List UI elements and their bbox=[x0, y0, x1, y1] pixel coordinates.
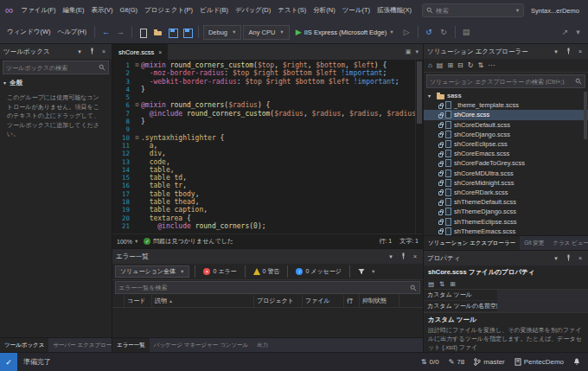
code-line[interactable]: 5 bbox=[112, 93, 415, 101]
pin-icon[interactable] bbox=[564, 48, 572, 55]
tree-item[interactable]: shCore.scss bbox=[424, 110, 588, 119]
solution-tree[interactable]: ▾sass_theme_template.scssshCore.scssshCo… bbox=[424, 90, 588, 235]
column-header[interactable]: コード bbox=[125, 295, 152, 307]
menu-item[interactable]: 編集(E) bbox=[60, 0, 88, 21]
error-list-search-input[interactable] bbox=[118, 285, 407, 291]
solution-explorer-search[interactable] bbox=[426, 74, 585, 88]
sync-with-active-document-icon[interactable]: ⇅ bbox=[478, 61, 484, 69]
tree-item[interactable]: shCoreRDark.scss bbox=[424, 188, 588, 197]
close-icon[interactable]: × bbox=[576, 48, 585, 54]
menu-item[interactable]: ファイル(F) bbox=[17, 0, 59, 21]
tree-item[interactable]: shCoreEmacs.scss bbox=[424, 149, 588, 158]
save-icon[interactable] bbox=[166, 24, 179, 40]
search-dropdown-icon[interactable]: ▼ bbox=[515, 8, 520, 13]
code-area[interactable]: 1⊟@mixin round_corners_custom($top, $rig… bbox=[112, 60, 423, 233]
alphabetical-icon[interactable]: ⇅ bbox=[439, 280, 444, 288]
error-list-search[interactable] bbox=[115, 281, 420, 294]
menu-item[interactable]: ビルド(B) bbox=[196, 0, 232, 21]
fold-marker[interactable]: ⊟ bbox=[133, 134, 141, 142]
code-line[interactable]: 9 bbox=[112, 125, 415, 133]
code-line[interactable]: 18 table thead, bbox=[112, 198, 415, 206]
chevron-down-icon[interactable]: ▾ bbox=[75, 48, 84, 55]
column-header[interactable]: 抑制状態 bbox=[360, 295, 399, 307]
menu-item[interactable]: 拡張機能(X) bbox=[374, 0, 415, 21]
fold-marker[interactable]: ⊟ bbox=[133, 61, 141, 69]
new-project-icon[interactable] bbox=[137, 24, 150, 40]
start-without-debugging-icon[interactable]: ▷ bbox=[400, 24, 413, 40]
property-row[interactable]: カスタム ツール bbox=[424, 290, 588, 301]
warnings-filter-button[interactable]: 0 警告 bbox=[251, 267, 283, 276]
menu-item[interactable]: 表示(V) bbox=[88, 0, 117, 21]
chevron-down-icon[interactable]: ▼ bbox=[371, 269, 375, 274]
redo-icon[interactable]: ↻ bbox=[438, 24, 451, 40]
document-health[interactable]: ✓ 問題は見つかりませんでした bbox=[144, 237, 233, 246]
categorized-icon[interactable]: ▤ bbox=[428, 280, 434, 288]
save-all-icon[interactable] bbox=[181, 24, 194, 40]
forward-icon[interactable]: → bbox=[114, 24, 127, 40]
menu-item[interactable]: ヘルプ(H) bbox=[54, 22, 89, 42]
zoom-control[interactable]: 100% ▼ bbox=[117, 239, 138, 245]
tree-scrollbar[interactable] bbox=[583, 90, 588, 235]
tree-item[interactable]: shCoreMDUltra.scss bbox=[424, 169, 588, 178]
chevron-down-icon[interactable]: ▾ bbox=[387, 253, 395, 260]
column-header-icon[interactable] bbox=[112, 295, 125, 307]
scrollbar-thumb[interactable] bbox=[584, 92, 587, 139]
left-bottom-tab[interactable]: サーバー エクスプローラー bbox=[48, 338, 112, 352]
column-header[interactable]: 行 bbox=[344, 295, 360, 307]
show-all-files-icon[interactable]: ▤ bbox=[437, 61, 444, 69]
search-input[interactable] bbox=[436, 7, 513, 15]
notifications-bell[interactable] bbox=[573, 358, 580, 366]
code-line[interactable]: 20 textarea { bbox=[112, 214, 415, 222]
chevron-down-icon[interactable]: ▾ bbox=[552, 255, 560, 262]
tree-item[interactable]: shCoreFadeToGrey.scss bbox=[424, 158, 588, 168]
errors-filter-button[interactable]: × 0 エラー bbox=[201, 267, 239, 276]
refresh-icon[interactable]: ↻ bbox=[468, 61, 474, 69]
code-line[interactable]: 14 table, bbox=[112, 166, 415, 174]
pin-icon[interactable] bbox=[564, 254, 572, 262]
float-window-icon[interactable]: ▣ bbox=[406, 48, 412, 55]
branch-picker[interactable]: master bbox=[474, 358, 504, 366]
menu-item[interactable]: デバッグ(D) bbox=[232, 0, 274, 21]
fold-marker[interactable]: ⊟ bbox=[133, 101, 141, 109]
column-header[interactable]: プロジェクト bbox=[254, 295, 303, 307]
live-share-icon[interactable]: ↗ bbox=[559, 24, 572, 40]
center-bottom-tab[interactable]: パッケージ マネージャー コンソール bbox=[150, 338, 252, 352]
scope-dropdown[interactable]: ソリューション全体 ▼ bbox=[115, 265, 189, 278]
collapse-all-icon[interactable]: ⊟ bbox=[457, 61, 463, 69]
configuration-dropdown[interactable]: Debug ▼ bbox=[203, 25, 242, 40]
scrollbar-thumb[interactable] bbox=[417, 61, 422, 124]
menu-item[interactable]: Git(G) bbox=[117, 0, 141, 21]
code-line[interactable]: 13 code, bbox=[112, 158, 415, 166]
code-line[interactable]: 16 table tr, bbox=[112, 182, 415, 189]
tree-item[interactable]: shCoreMidnight.scss bbox=[424, 178, 588, 188]
code-line[interactable]: 12 div, bbox=[112, 150, 415, 157]
toolbox-search[interactable] bbox=[3, 61, 109, 74]
sync-status[interactable]: ⇅ 0/0 bbox=[421, 358, 439, 366]
tree-item[interactable]: shCoreDjango.scss bbox=[424, 130, 588, 139]
find-in-files-icon[interactable]: ▤ bbox=[460, 24, 473, 40]
toolbox-search-input[interactable] bbox=[6, 65, 96, 71]
tree-item[interactable]: shThemeDefault.scss bbox=[424, 197, 588, 207]
property-value[interactable] bbox=[498, 290, 588, 300]
active-files-dropdown-icon[interactable]: ▾ bbox=[415, 48, 419, 55]
left-bottom-tab[interactable]: ツールボックス bbox=[0, 338, 48, 352]
tree-item[interactable]: shCoreDefault.scss bbox=[424, 120, 588, 130]
back-icon[interactable]: ← bbox=[99, 24, 112, 40]
code-line[interactable]: 7 @include round_corners_custom($radius,… bbox=[112, 110, 415, 118]
menu-item[interactable]: テスト(S) bbox=[274, 0, 310, 21]
messages-filter-button[interactable]: i 0 メッセージ bbox=[293, 267, 344, 276]
solution-bottom-tab[interactable]: Git 変更 bbox=[520, 236, 548, 250]
solution-search-input[interactable] bbox=[430, 79, 572, 85]
document-tab-shcore[interactable]: shCore.scss × bbox=[112, 44, 168, 60]
platform-dropdown[interactable]: Any CPU ▼ bbox=[243, 25, 289, 40]
tree-item[interactable]: shThemeEclipse.scss bbox=[424, 216, 588, 226]
center-bottom-tab[interactable]: エラー一覧 bbox=[112, 338, 150, 352]
code-line[interactable]: 3 -webkit-border-radius: $top $right $bo… bbox=[112, 78, 415, 86]
code-line[interactable]: 11 a, bbox=[112, 142, 415, 150]
chevron-down-icon[interactable]: ▾ bbox=[552, 48, 560, 55]
close-icon[interactable]: × bbox=[99, 48, 108, 54]
title-search-box[interactable]: ▼ bbox=[422, 3, 524, 17]
code-line[interactable]: 4} bbox=[112, 86, 415, 93]
tree-folder-sass[interactable]: ▾sass bbox=[424, 91, 588, 100]
task-status-icon[interactable]: ✓ bbox=[0, 353, 17, 371]
